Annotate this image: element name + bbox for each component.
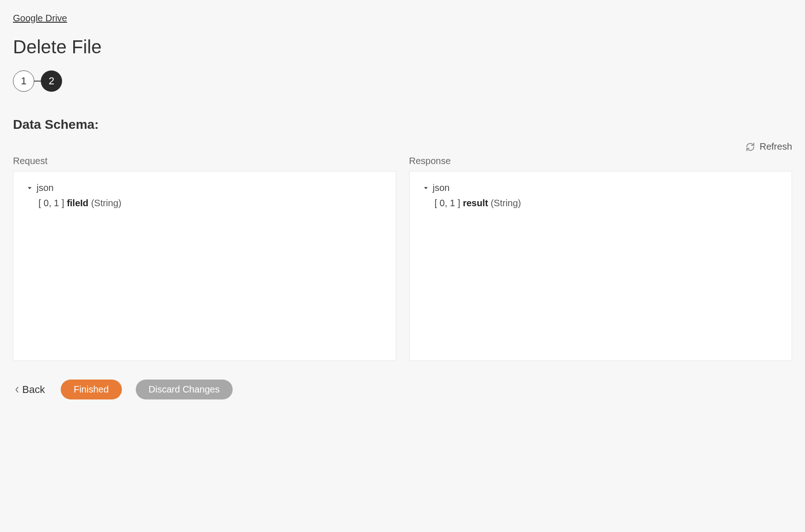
response-field-name: result [463, 198, 488, 208]
schema-panels: Request json [ 0, 1 ] fileId (String) Re… [13, 156, 792, 361]
request-root-label: json [37, 183, 54, 193]
section-title: Data Schema: [13, 117, 792, 132]
breadcrumb-link[interactable]: Google Drive [13, 13, 67, 24]
step-1[interactable]: 1 [13, 70, 34, 92]
refresh-button[interactable]: Refresh [13, 141, 792, 152]
request-field-type: (String) [89, 198, 121, 208]
discard-button[interactable]: Discard Changes [136, 380, 233, 399]
response-json-root[interactable]: json [423, 183, 779, 193]
step-connector [34, 81, 41, 82]
refresh-label: Refresh [760, 141, 792, 152]
footer-buttons: Back Finished Discard Changes [13, 380, 792, 399]
request-field-name: fileId [67, 198, 89, 208]
request-json-root[interactable]: json [26, 183, 383, 193]
step-2[interactable]: 2 [41, 70, 62, 92]
chevron-down-icon [26, 185, 33, 191]
request-field-cardinality: [ 0, 1 ] [38, 198, 67, 208]
back-button[interactable]: Back [13, 384, 47, 396]
finished-button[interactable]: Finished [61, 380, 122, 399]
request-column: Request json [ 0, 1 ] fileId (String) [13, 156, 396, 361]
request-label: Request [13, 156, 396, 166]
chevron-down-icon [423, 185, 429, 191]
response-field-type: (String) [488, 198, 521, 208]
chevron-left-icon [15, 386, 19, 393]
request-panel: json [ 0, 1 ] fileId (String) [13, 171, 396, 361]
response-field-row[interactable]: [ 0, 1 ] result (String) [423, 198, 779, 209]
response-column: Response json [ 0, 1 ] result (String) [409, 156, 792, 361]
page-title: Delete File [13, 37, 792, 57]
refresh-icon [746, 142, 755, 152]
response-root-label: json [433, 183, 450, 193]
response-label: Response [409, 156, 792, 166]
back-label: Back [22, 384, 45, 396]
response-field-cardinality: [ 0, 1 ] [435, 198, 463, 208]
stepper: 1 2 [13, 70, 792, 92]
response-panel: json [ 0, 1 ] result (String) [409, 171, 792, 361]
request-field-row[interactable]: [ 0, 1 ] fileId (String) [26, 198, 383, 209]
